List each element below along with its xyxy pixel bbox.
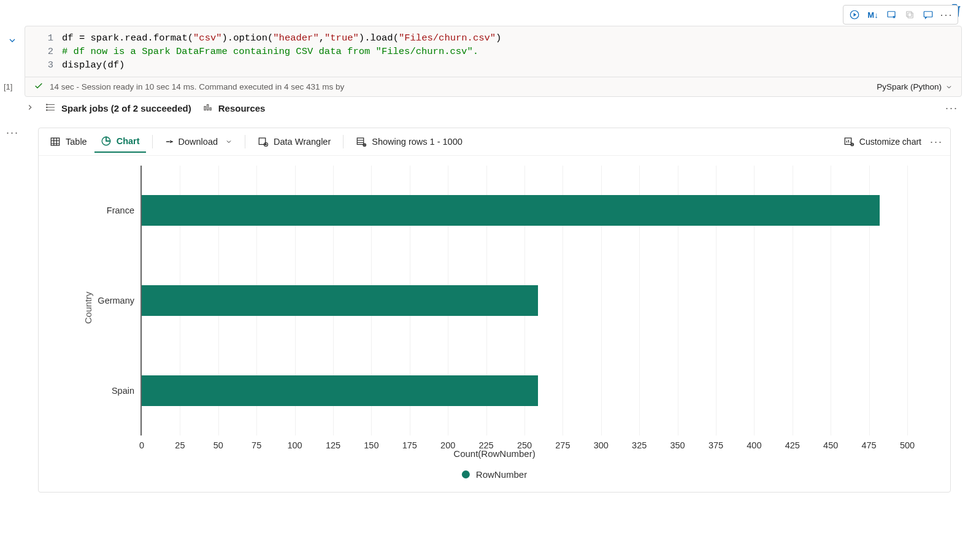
- table-icon: [50, 136, 61, 147]
- status-text: 14 sec - Session ready in 10 sec 14 ms. …: [50, 82, 344, 91]
- spark-jobs-icon: [45, 102, 56, 115]
- svg-rect-9: [207, 105, 208, 110]
- x-tick: 325: [632, 440, 647, 450]
- chart-plot: 0255075100125150175200225250275300325350…: [140, 166, 907, 435]
- chart-bar[interactable]: [142, 375, 538, 406]
- rows-indicator[interactable]: Showing rows 1 - 1000: [350, 131, 469, 152]
- y-axis-label: Country: [83, 291, 93, 324]
- download-label: Download: [179, 137, 218, 147]
- x-tick: 125: [326, 440, 340, 450]
- svg-point-7: [47, 110, 48, 111]
- x-tick: 50: [213, 440, 223, 450]
- chart-area: Country 02550751001251501752002252502753…: [39, 156, 950, 492]
- tab-chart[interactable]: Chart: [94, 131, 146, 153]
- x-tick: 175: [402, 440, 417, 450]
- download-button[interactable]: Download: [159, 132, 239, 152]
- cell-execution-count: [1]: [4, 82, 12, 91]
- language-label: PySpark (Python): [877, 82, 942, 91]
- x-axis-label: Count(RowNumber): [453, 448, 535, 459]
- copy-cell-icon[interactable]: [901, 7, 918, 23]
- line-number: 3: [25, 58, 53, 72]
- svg-rect-4: [924, 12, 932, 17]
- rows-icon: [356, 136, 367, 147]
- x-tick: 375: [709, 440, 723, 450]
- chart-bar[interactable]: [142, 285, 538, 316]
- download-icon: [165, 137, 174, 146]
- data-wrangler-label: Data Wrangler: [274, 137, 331, 147]
- data-wrangler-icon: [258, 136, 269, 147]
- chart-pie-icon: [101, 136, 112, 147]
- output-header-row: Spark jobs (2 of 2 succeeded) Resources …: [25, 99, 962, 117]
- tab-table-label: Table: [66, 137, 87, 147]
- chart-legend: RowNumber: [462, 469, 527, 480]
- customize-chart-button[interactable]: Customize chart: [843, 136, 921, 147]
- output-toolbar: Table Chart Download Data Wrangler Showi…: [39, 128, 950, 156]
- expand-jobs-icon[interactable]: [26, 103, 34, 113]
- x-tick: 25: [175, 440, 185, 450]
- cell-side-more-icon[interactable]: ···: [6, 126, 19, 139]
- y-tick: Spain: [112, 386, 134, 396]
- x-tick: 425: [785, 440, 800, 450]
- x-tick: 500: [900, 440, 915, 450]
- x-tick: 475: [861, 440, 876, 450]
- customize-label: Customize chart: [859, 137, 921, 147]
- x-tick: 450: [823, 440, 838, 450]
- legend-label: RowNumber: [476, 469, 527, 480]
- cell-toolbar: M↓ ···: [843, 5, 958, 25]
- tab-chart-label: Chart: [117, 136, 140, 146]
- resources-button[interactable]: Resources: [202, 102, 266, 115]
- svg-rect-14: [358, 138, 364, 145]
- svg-point-5: [47, 104, 48, 105]
- x-tick: 75: [252, 440, 261, 450]
- x-tick: 400: [747, 440, 761, 450]
- line-gutter: 1 2 3: [25, 31, 62, 72]
- x-tick: 300: [594, 440, 609, 450]
- rows-label: Showing rows 1 - 1000: [372, 137, 463, 147]
- svg-rect-11: [51, 138, 60, 145]
- markdown-toggle[interactable]: M↓: [864, 7, 882, 23]
- data-wrangler-button[interactable]: Data Wrangler: [252, 131, 337, 152]
- svg-rect-10: [210, 108, 211, 110]
- svg-rect-3: [907, 12, 912, 17]
- legend-marker: [462, 470, 470, 478]
- spark-jobs-label: Spark jobs (2 of 2 succeeded): [61, 103, 191, 113]
- svg-rect-1: [888, 12, 895, 17]
- spark-jobs-button[interactable]: Spark jobs (2 of 2 succeeded): [45, 102, 191, 115]
- chevron-down-icon: [225, 138, 232, 145]
- y-tick: France: [107, 205, 134, 215]
- output-panel: Table Chart Download Data Wrangler Showi…: [38, 128, 951, 493]
- chevron-down-icon: [945, 83, 953, 91]
- cell-status-bar: 14 sec - Session ready in 10 sec 14 ms. …: [25, 77, 961, 96]
- svg-rect-16: [845, 138, 851, 145]
- x-tick: 275: [555, 440, 570, 450]
- customize-icon: [843, 136, 855, 147]
- svg-point-6: [47, 107, 48, 108]
- x-tick: 350: [670, 440, 685, 450]
- x-tick: 150: [364, 440, 378, 450]
- resources-label: Resources: [218, 103, 266, 113]
- jobs-more-icon[interactable]: ···: [945, 102, 958, 115]
- language-selector[interactable]: PySpark (Python): [877, 82, 953, 91]
- resources-icon: [202, 102, 213, 115]
- output-more-icon[interactable]: ···: [928, 136, 945, 148]
- svg-rect-2: [908, 13, 913, 18]
- x-tick: 0: [139, 440, 144, 450]
- clear-output-icon[interactable]: [883, 7, 900, 23]
- code-editor[interactable]: df = spark.read.format("csv").option("he…: [62, 31, 501, 72]
- more-cell-actions-icon[interactable]: ···: [938, 7, 955, 23]
- x-tick: 100: [287, 440, 302, 450]
- line-number: 2: [25, 45, 53, 58]
- chart-bar[interactable]: [142, 195, 880, 226]
- svg-rect-8: [204, 107, 206, 110]
- code-cell: 1 2 3 df = spark.read.format("csv").opti…: [25, 26, 962, 97]
- tab-table[interactable]: Table: [44, 131, 93, 152]
- run-cell-icon[interactable]: [846, 7, 863, 23]
- cell-collapse-icon[interactable]: [7, 36, 17, 47]
- line-number: 1: [25, 31, 53, 45]
- comment-icon[interactable]: [920, 7, 937, 23]
- y-tick: Germany: [98, 296, 134, 305]
- success-check-icon: [34, 81, 44, 93]
